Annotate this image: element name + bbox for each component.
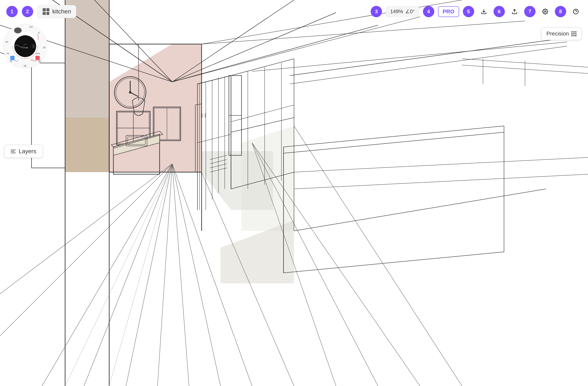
layers-label: Layers: [19, 148, 36, 155]
svg-rect-123: [35, 56, 40, 60]
badge-3[interactable]: 3: [371, 6, 382, 17]
svg-point-104: [545, 11, 546, 12]
zoom-value: 149%: [390, 9, 403, 15]
svg-point-124: [14, 27, 22, 33]
rotation-value: ∠0°: [405, 9, 415, 15]
svg-marker-3: [65, 118, 109, 172]
toolbar: 1 2 kitchen 3 149% ∠0° 4 PRO 5: [0, 0, 588, 23]
svg-text:18: 18: [43, 46, 45, 49]
badge-1[interactable]: 1: [6, 6, 18, 17]
document-name: kitchen: [52, 8, 71, 15]
svg-marker-5: [242, 126, 294, 231]
svg-text:4.4 pts: 4.4 pts: [22, 47, 28, 49]
precision-button[interactable]: Precision: [541, 27, 582, 40]
badge-5[interactable]: 5: [463, 6, 474, 17]
svg-point-41: [129, 91, 131, 94]
document-tab[interactable]: kitchen: [37, 5, 76, 18]
document-icon: [43, 8, 49, 15]
svg-text:6: 6: [38, 32, 40, 34]
toolbar-left: 1 2 kitchen: [6, 5, 76, 18]
precision-label: Precision: [546, 30, 569, 37]
settings-button[interactable]: [539, 6, 551, 18]
svg-text:↩: ↩: [5, 40, 8, 44]
svg-text:100%: 100%: [35, 52, 40, 55]
svg-text:15ᴸ: 15ᴸ: [23, 65, 27, 67]
svg-text:0%: 0%: [6, 52, 9, 55]
badge-6[interactable]: 6: [494, 6, 505, 17]
brush-wheel[interactable]: ── 4.4 pts 6.6 6 18 60 15ᴸ 10 ↩ 0% 100%: [2, 23, 48, 69]
badge-8[interactable]: 8: [555, 6, 566, 17]
badge-7[interactable]: 7: [524, 6, 536, 17]
layers-button[interactable]: Layers: [4, 145, 43, 158]
zoom-display[interactable]: 149% ∠0°: [386, 6, 419, 17]
badge-2[interactable]: 2: [22, 6, 33, 17]
svg-rect-122: [10, 56, 15, 60]
layers-icon: [11, 150, 16, 153]
share-button[interactable]: [509, 6, 520, 18]
svg-text:6.6: 6.6: [30, 26, 33, 28]
svg-text:──: ──: [23, 43, 27, 45]
help-button[interactable]: [570, 6, 582, 18]
badge-4[interactable]: 4: [423, 6, 434, 17]
download-button[interactable]: [478, 6, 490, 18]
toolbar-right: 3 149% ∠0° 4 PRO 5 6: [371, 6, 582, 18]
grid-icon: [571, 31, 576, 36]
svg-text:∿: ∿: [16, 44, 18, 46]
pro-button[interactable]: PRO: [438, 6, 459, 17]
canvas-area: [0, 0, 588, 386]
